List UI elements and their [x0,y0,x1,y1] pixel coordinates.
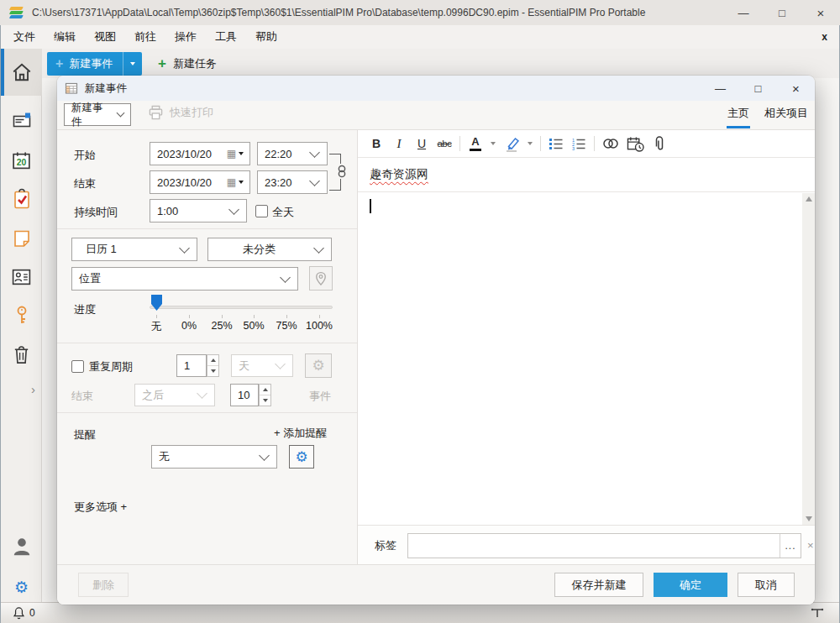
minimize-button[interactable]: — [724,0,763,25]
numbered-list-button[interactable]: 123 [571,134,586,153]
duration-field[interactable]: 1:00 [150,199,247,222]
add-reminder-button[interactable]: + 添加提醒 [274,426,327,441]
key-icon [13,305,30,327]
reminder-settings-button[interactable]: ⚙ [289,445,314,469]
sidebar-item-mail[interactable] [1,102,42,140]
quick-print-button[interactable]: 快速打印 [148,105,213,120]
resize-grip-icon[interactable] [811,607,824,619]
scroll-down-icon[interactable] [806,516,812,521]
repeat-settings-button[interactable]: ⚙ [305,353,332,378]
close-button[interactable]: × [801,0,840,25]
sidebar-item-passwords[interactable] [1,296,42,335]
highlight-button[interactable] [503,134,520,153]
dialog-close-button[interactable]: × [777,76,815,101]
scroll-up-icon[interactable] [806,196,812,202]
trash-icon [12,344,31,365]
sidebar-item-today[interactable] [1,49,42,96]
menu-view[interactable]: 视图 [85,29,125,44]
new-task-button[interactable]: + 新建任务 [150,52,225,76]
repeat-count-spinner[interactable] [207,354,219,377]
category-select[interactable]: 未分类 [207,238,332,261]
underline-button[interactable]: U [414,134,429,153]
font-color-button[interactable]: A [468,134,483,153]
start-time-field[interactable]: 22:20 [257,142,328,165]
bullet-list-button[interactable] [549,134,564,153]
insert-datetime-button[interactable] [627,134,644,153]
dialog-maximize-button[interactable]: □ [739,76,777,101]
sidebar-item-trash[interactable] [1,335,42,374]
menu-help[interactable]: 帮助 [246,29,286,44]
end-date-field[interactable]: 2023/10/20 ▦ [150,170,250,194]
maximize-button[interactable]: □ [763,0,801,25]
ok-button[interactable]: 确定 [654,573,727,597]
tags-row: 标签 ... × [358,525,815,565]
attach-file-button[interactable] [652,134,667,153]
end-date-value: 2023/10/20 [150,176,227,189]
sidebar-item-notes[interactable] [1,219,42,258]
dialog-minimize-button[interactable]: — [701,76,739,101]
repeat-end-count-spinner[interactable] [259,384,271,406]
paperclip-icon [654,135,665,152]
strikethrough-button[interactable]: abc [437,134,452,153]
sidebar-collapse-chevron[interactable]: › [1,376,42,401]
tags-input[interactable] [408,534,780,558]
menu-go[interactable]: 前往 [125,29,165,44]
sidebar-item-tasks[interactable] [1,180,42,218]
progress-tick-50: 50% [243,320,264,332]
spin-down-icon[interactable] [207,366,218,376]
repeat-checkbox[interactable] [71,360,84,373]
chevron-down-icon[interactable] [491,142,496,145]
start-date-field[interactable]: 2023/10/20 ▦ [150,142,250,165]
menu-edit[interactable]: 编辑 [45,29,85,44]
event-type-select[interactable]: 新建事件 [64,103,131,126]
progress-slider-track[interactable] [150,306,333,309]
map-pin-button[interactable] [309,266,333,291]
sidebar-item-account[interactable] [1,527,42,566]
save-and-new-button[interactable]: 保存并新建 [554,573,643,597]
delete-button[interactable]: 删除 [78,573,129,597]
note-scrollbar[interactable] [802,193,815,525]
repeat-end-mode-select[interactable]: 之后 [134,384,215,406]
cancel-button[interactable]: 取消 [738,573,795,597]
slider-tick [254,315,255,318]
spin-down-icon[interactable] [260,395,270,406]
menu-close-x[interactable]: x [822,31,827,43]
sidebar-item-contacts[interactable] [1,258,42,296]
reminder-select[interactable]: 无 [151,445,277,469]
slider-tick [222,315,223,318]
insert-link-button[interactable] [602,134,619,153]
new-event-dropdown-arrow[interactable] [123,52,142,76]
link-times-bracket[interactable] [329,154,341,191]
tab-home[interactable]: 主页 [727,106,749,121]
new-event-button[interactable]: + 新建事件 [47,52,142,76]
menu-actions[interactable]: 操作 [165,29,206,44]
subject-text[interactable]: 趣奇资源网 [370,167,428,182]
spin-up-icon[interactable] [207,355,218,366]
italic-button[interactable]: I [391,134,407,153]
note-body[interactable] [358,193,815,525]
all-day-checkbox[interactable] [255,205,268,217]
dialog-toolbar: 新建事件 快速打印 主页 相关项目 [57,101,815,129]
notifications-area[interactable]: 0 [13,606,35,620]
sidebar-item-settings[interactable]: ⚙ [1,568,42,606]
calendar-select[interactable]: 日历 1 [71,238,197,261]
tab-related-items[interactable]: 相关项目 [764,106,808,121]
window-title: C:\Users\17371\AppData\Local\Temp\360zip… [32,7,645,18]
repeat-end-count-field[interactable]: 10 [230,384,259,406]
menu-tools[interactable]: 工具 [206,29,246,44]
location-combo[interactable]: 位置 [71,267,298,291]
end-time-field[interactable]: 23:20 [257,170,328,194]
tags-more-button[interactable]: ... [780,534,801,558]
bold-button[interactable]: B [369,134,384,153]
subject-row[interactable]: 趣奇资源网 [358,158,815,192]
sidebar-item-calendar[interactable]: 20 [1,141,42,180]
tags-clear-button[interactable]: × [807,539,814,552]
more-options-toggle[interactable]: 更多选项 + [74,500,127,515]
spin-up-icon[interactable] [260,385,270,395]
chevron-down-icon[interactable] [528,142,533,145]
menu-file[interactable]: 文件 [4,29,45,44]
tags-input-wrap[interactable]: ... [407,533,801,558]
repeat-count-field[interactable]: 1 [176,354,207,377]
repeat-unit-select[interactable]: 天 [231,354,293,377]
chevron-down-icon [275,359,286,369]
